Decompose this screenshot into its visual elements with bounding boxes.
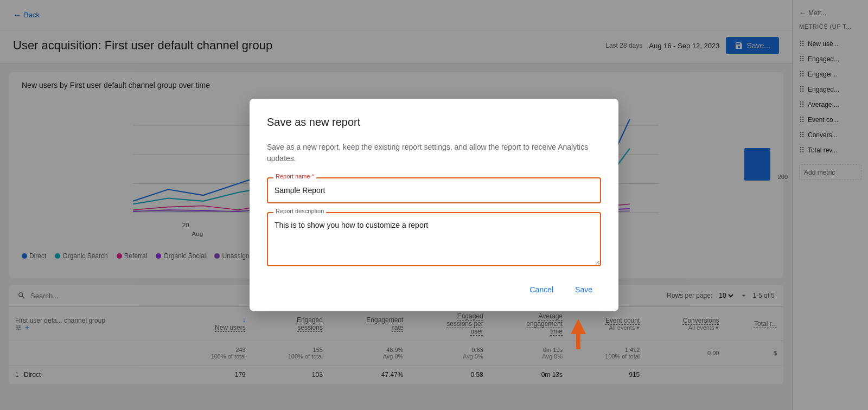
dialog-actions: Cancel Save [267,281,601,298]
report-description-field: Report description [267,212,601,268]
arrow-up-icon [571,319,586,334]
dialog-save-button[interactable]: Save [566,281,601,298]
report-description-label: Report description [273,208,326,214]
cancel-button[interactable]: Cancel [521,281,562,298]
report-name-field: Report name * [267,177,601,203]
report-name-label: Report name * [273,173,316,180]
arrow-stem [576,334,580,349]
save-dialog: Save as new report Save as a new report,… [250,99,618,311]
dialog-title: Save as new report [267,116,601,129]
dialog-overlay: Save as new report Save as a new report,… [0,0,868,410]
report-description-input[interactable] [267,212,601,266]
arrow-annotation [571,319,586,349]
report-name-input[interactable] [267,177,601,203]
dialog-description: Save as a new report, keep the existing … [267,142,601,164]
